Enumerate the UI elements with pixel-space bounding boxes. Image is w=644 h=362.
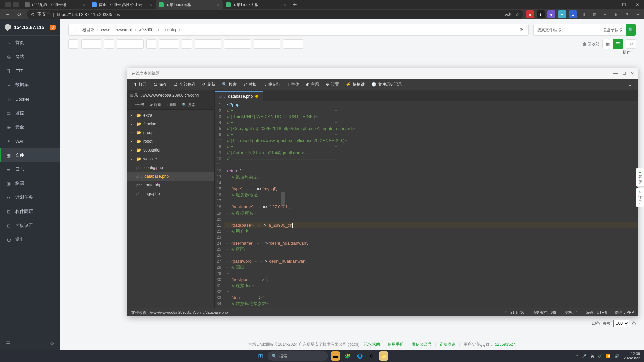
back-button[interactable]: ← [3,10,12,19]
sidebar-item[interactable]: ◎网站 [0,50,60,64]
close-window-button[interactable]: ✕ [631,0,644,9]
breadcrumb-item[interactable]: www [100,27,111,32]
tree-folder[interactable]: ▸📂website [127,155,214,163]
sidebar-item[interactable]: ☷计划任务 [0,190,60,204]
include-subdir-checkbox[interactable]: 包含子目录 [594,27,626,33]
editor-toolbar-button[interactable]: ⇄替换 [240,80,260,89]
star-icon[interactable]: ☆ [515,12,519,17]
breadcrumb-item[interactable]: config [164,27,177,32]
sidebar-item[interactable]: ☰日志 [0,162,60,176]
editor-close-button[interactable]: ✕ [631,71,634,76]
tree-folder[interactable]: ▸📂fenxiao [127,120,214,128]
sidebar-item[interactable]: ✦WAF [0,134,60,148]
grid-view-button[interactable]: ▦ [603,39,613,49]
sidebar-item[interactable]: ⊞软件商店 [0,204,60,219]
browser-tab[interactable]: 宝塔Linux面板× [223,0,290,9]
ext-icon[interactable]: u [526,10,534,18]
maximize-button[interactable]: ☐ [617,0,631,9]
editor-toolbar-button[interactable]: T字体 [284,80,303,89]
sidebar-item[interactable]: ⌂首页 [0,36,60,50]
ext-icon[interactable]: ▮ [537,10,545,18]
ext-icon[interactable]: ⧉ [623,10,631,18]
minimize-button[interactable]: — [604,0,617,9]
tray-expand-icon[interactable]: ^ [576,354,578,358]
taskbar-app-icon[interactable]: 🧩 [343,351,352,361]
editor-toolbar-button[interactable]: 🖫保存 [150,80,170,89]
tray-volume-icon[interactable]: 🔊 [615,354,620,358]
tree-folder[interactable]: ▸📂robot [127,137,214,146]
editor-toolbar-button[interactable]: 🔍搜索 [219,80,240,89]
taskbar-search[interactable]: 🔍 搜索 [268,351,328,361]
editor-toolbar-button[interactable]: ⚡快捷键 [342,80,368,89]
breadcrumb-refresh-button[interactable]: ⟳ [517,27,526,32]
search-input[interactable] [534,27,594,32]
tree-folder[interactable]: ▸📂substation [127,146,214,155]
ext-icon[interactable]: ⚙ [580,10,588,18]
new-tab-button[interactable]: + [290,1,300,8]
editor-toolbar-button[interactable]: ⚙设置 [322,80,342,89]
editor-minimize-button[interactable]: — [613,71,618,76]
breadcrumb-back-button[interactable]: ← [71,27,81,32]
ext-icon[interactable]: ◆ [547,10,555,18]
sidebar-item[interactable]: ⊡面板设置 [0,219,60,233]
code-editor[interactable]: 1234567891011121314151617181920212223242… [215,101,638,308]
ime-indicator[interactable]: 英 [591,354,594,359]
browser-tab[interactable]: 宝塔Linux面板× [156,0,223,9]
feedback-widget[interactable]: ✎评价 [636,188,644,207]
ext-icon[interactable]: ● [558,10,566,18]
tree-file[interactable]: phptags.php [127,189,214,198]
footer-link[interactable]: 论坛求助 [364,342,380,347]
taskbar-app-icon[interactable]: ▬ [331,351,340,361]
clock[interactable]: 12:39 2024/3/22 [624,352,640,360]
file-tab[interactable]: php database.php [215,91,263,101]
sidebar-item[interactable]: ⇅FTP [0,64,60,78]
close-tab-icon[interactable]: × [150,2,152,7]
browser-tab[interactable]: 产品配置 - 666云端× [21,0,89,9]
tree-file[interactable]: phpconfig.php [127,163,214,172]
editor-toolbar-button[interactable]: 🕓文件历史记录 [368,80,406,89]
sidebar-item[interactable]: ▤监控 [0,106,60,120]
editor-toolbar-button[interactable]: ⬆打开 [130,80,150,89]
reader-icon[interactable]: Aあ [505,11,513,17]
list-view-button[interactable]: ☰ [613,39,623,49]
ext-icon[interactable]: w [569,10,577,18]
status-lang[interactable]: 语言：PHP [615,310,634,315]
tree-action-button[interactable]: +新建 [164,102,179,107]
sidebar-item[interactable]: ▦文件 [0,148,60,162]
footer-link[interactable]: 微信公众号 [412,342,432,347]
tree-folder[interactable]: ▸📂extra [127,111,214,120]
taskbar-app-icon[interactable]: ⚙ [367,351,376,361]
editor-toolbar-button[interactable]: ↘跳转行 [260,80,284,89]
app-icon[interactable] [5,2,11,7]
settings-icon[interactable]: ⚙ [50,340,54,347]
sidebar-item[interactable]: ≡数据库 [0,78,60,92]
ext-icon[interactable]: ▥ [590,10,598,18]
status-encoding[interactable]: 编码：UTF-8 [586,310,607,315]
status-spaces[interactable]: 空格：4 [565,310,578,315]
collapse-sidebar-icon[interactable]: ☰ [6,340,11,347]
ext-icon[interactable]: ⊕ [612,10,620,18]
sidebar-item[interactable]: ◉安全 [0,120,60,134]
start-button[interactable]: ⊞ [256,351,265,361]
settings-button[interactable]: ⚙ [626,39,636,49]
qq-group-link[interactable]: 523693527 [495,342,515,347]
taskbar-app-icon[interactable]: 🌐 [355,351,364,361]
tree-file[interactable]: phproute.php [127,181,214,189]
customer-service-widget[interactable]: ●客服 [636,168,644,187]
footer-link[interactable]: 使用手册 [388,342,404,347]
recycle-bin-link[interactable]: 🗑 回收站 [583,41,600,47]
editor-toolbar-button[interactable]: 🖫全部保存 [170,80,199,89]
sidebar-item[interactable]: ◫Docker [0,92,60,106]
refresh-button[interactable]: ⟳ [15,10,24,19]
status-history[interactable]: 历史版本：6份 [532,310,556,315]
per-page-select[interactable]: 500 [613,320,629,327]
browser-tab[interactable]: 首页 - 666云 高性价比云× [89,0,156,9]
tray-wifi-icon[interactable]: 📶 [606,354,611,358]
ext-icon[interactable]: ✧ [601,10,609,18]
notification-badge[interactable]: 0 [50,25,56,30]
editor-toolbar-button[interactable]: ◐主题 [303,80,322,89]
sidebar-item[interactable]: ⏻退出 [0,233,60,247]
close-tab-icon[interactable]: × [83,2,85,7]
app-icon[interactable] [13,2,19,7]
tree-file[interactable]: phpdatabase.php [127,172,214,181]
